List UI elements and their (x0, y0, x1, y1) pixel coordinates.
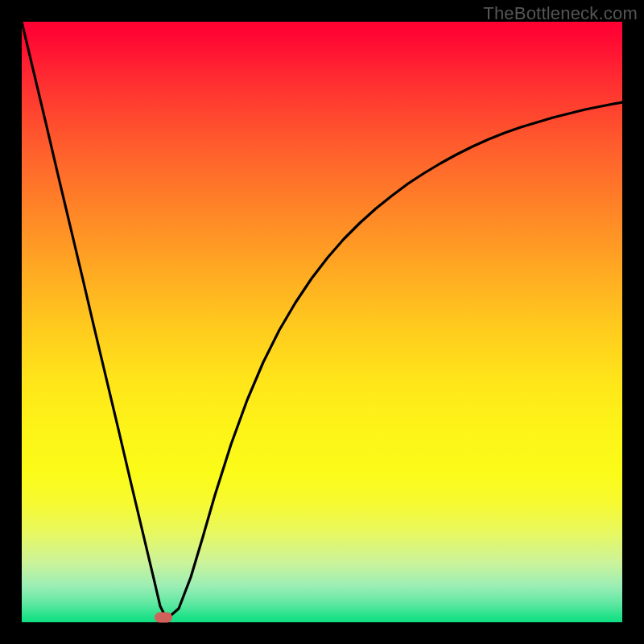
watermark-text: TheBottleneck.com (483, 3, 638, 24)
minimum-marker (155, 613, 172, 623)
plot-area (22, 22, 622, 622)
curve-svg (22, 22, 622, 622)
main-curve (22, 22, 622, 619)
chart-stage: TheBottleneck.com (0, 0, 644, 644)
